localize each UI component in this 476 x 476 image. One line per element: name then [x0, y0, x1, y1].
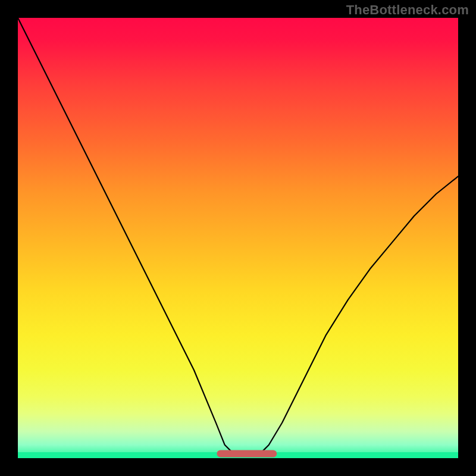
chart-frame: TheBottleneck.com — [0, 0, 476, 476]
attribution-label: TheBottleneck.com — [346, 2, 469, 18]
bottleneck-curve — [18, 18, 458, 456]
plot-area — [18, 18, 458, 458]
curve-svg — [18, 18, 458, 458]
